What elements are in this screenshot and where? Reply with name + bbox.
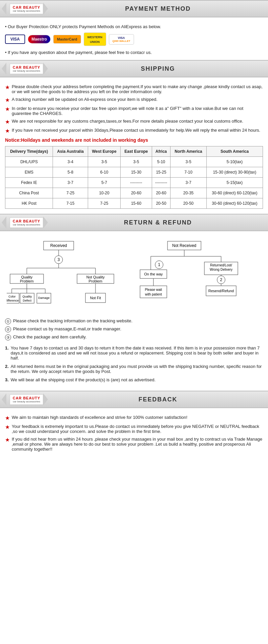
feedback-logo-container: CAR BEAUTY car beauty accessories <box>2 393 48 405</box>
payment-title: PAYMENT METHOD <box>48 5 268 12</box>
table-cell-1: 3-7 <box>53 178 88 188</box>
svg-text:Defect: Defect <box>23 299 32 302</box>
shipping-section: CAR BEAUTY car beauty accessories SHIPPI… <box>0 60 268 212</box>
shipping-item-5: ★ If you have not received your parcel w… <box>5 128 263 134</box>
table-cell-0: EMS <box>5 167 53 178</box>
table-header-3: East Europe <box>121 146 152 157</box>
logo-box: CAR BEAUTY car beauty accessories <box>10 4 43 14</box>
table-cell-0: HK Post <box>5 198 53 209</box>
logo-top-text: CAR BEAUTY <box>13 396 40 400</box>
step-text-2: Please contact us by massage,E-mail,or t… <box>13 326 121 331</box>
table-header-0: Delivery Time(days) <box>5 146 53 157</box>
table-cell-0: China Post <box>5 188 53 198</box>
return-note-text-1: You have 7 days to contact us and 30 day… <box>11 345 263 361</box>
flowchart-svg: Received 3 Quality Problem Not Quality P… <box>7 238 261 315</box>
table-header-2: West Europe <box>88 146 120 157</box>
feedback-header: CAR BEAUTY car beauty accessories FEEDBA… <box>0 391 268 408</box>
return-note-text-3: We will bear all the shipping cost if th… <box>11 377 156 382</box>
payment-logos-row: VISA Maestro MasterCard WESTERNUNION VIS… <box>5 33 263 46</box>
svg-text:3: 3 <box>58 257 60 262</box>
table-header-4: Africa <box>152 146 170 157</box>
table-row: Fedex IE3-75-7------------------3-75-15(… <box>5 178 263 188</box>
star-icon: ★ <box>5 119 10 125</box>
shipping-logo-container: CAR BEAUTY car beauty accessories <box>2 63 48 75</box>
step-item-2: ② Please contact us by massage,E-mail,or… <box>5 326 263 332</box>
table-cell-0: Fedex IE <box>5 178 53 188</box>
svg-text:Problem: Problem <box>20 279 34 283</box>
table-cell-3: 15-30 <box>121 167 152 178</box>
svg-text:Quality: Quality <box>22 295 32 298</box>
table-cell-5: 7-10 <box>171 167 207 178</box>
table-cell-5: 20-35 <box>171 188 207 198</box>
shipping-notice: Notice:Hoildays and weekends are not inc… <box>5 137 263 143</box>
logo-box: CAR BEAUTY car beauty accessories <box>10 64 43 74</box>
feedback-item-2: ★ Your feedback is extremely important t… <box>5 424 263 434</box>
payment-logo-container: CAR BEAUTY car beauty accessories <box>2 3 48 15</box>
arrow-right-icon <box>43 63 48 75</box>
arrow-left-icon <box>2 3 6 15</box>
western-union-logo: WESTERNUNION <box>84 33 106 46</box>
table-cell-2: 7-25 <box>88 198 120 209</box>
feedback-text-1: We aim to maintain high standards of exc… <box>12 415 187 420</box>
arrow-left-icon <box>2 63 6 75</box>
arrow-left-icon <box>2 216 6 229</box>
table-cell-6: 30-60 (direct) 60-120(tax) <box>206 188 263 198</box>
payment-header: CAR BEAUTY car beauty accessories PAYMEN… <box>0 0 268 17</box>
svg-text:difference: difference <box>7 299 19 302</box>
svg-text:Quality: Quality <box>21 275 33 279</box>
svg-text:Resend/Refund: Resend/Refund <box>208 289 234 293</box>
table-cell-1: 5-8 <box>53 167 88 178</box>
logo-box: CAR BEAUTY car beauty accessories <box>10 217 43 228</box>
shipping-item-1: ★ Please double check your address befor… <box>5 84 263 94</box>
feedback-section: CAR BEAUTY car beauty accessories FEEDBA… <box>0 391 268 458</box>
return-note-2: 2. All returned items must be in the ori… <box>5 364 263 374</box>
table-row: DHL/UPS3-43-53-55-103-55-10(tax) <box>5 157 263 167</box>
table-cell-2: 10-20 <box>88 188 120 198</box>
logo-top-text: CAR BEAUTY <box>13 219 40 223</box>
visa-logo: VISA <box>5 35 25 44</box>
steps-list: ① Please check the tracking information … <box>5 318 263 340</box>
shipping-text-1: Please double check your address before … <box>12 84 263 94</box>
shipping-item-4: ★ We are not responsible for any customs… <box>5 119 263 125</box>
logo-bottom-text: car beauty accessories <box>13 9 40 12</box>
arrow-right-icon <box>43 3 48 15</box>
svg-text:On the way: On the way <box>144 272 163 276</box>
table-header-1: Asia Australia <box>53 146 88 157</box>
feedback-text-3: If you did not hear from us within 24 ho… <box>12 437 263 452</box>
table-cell-4: --------- <box>152 178 170 188</box>
table-cell-0: DHL/UPS <box>5 157 53 167</box>
step-text-1: Please check the tracking information on… <box>13 318 132 323</box>
feedback-content: ★ We aim to maintain high standards of e… <box>0 411 268 458</box>
feedback-item-1: ★ We aim to maintain high standards of e… <box>5 415 263 421</box>
star-icon: ★ <box>5 437 10 443</box>
svg-text:Color: Color <box>8 295 16 298</box>
svg-text:Damage: Damage <box>38 296 50 300</box>
table-cell-3: 15-60 <box>121 198 152 209</box>
payment-note: • Our Buyer Protection ONLY protects Pay… <box>5 24 263 29</box>
shipping-content: ★ Please double check your address befor… <box>0 81 268 212</box>
return-section: CAR BEAUTY car beauty accessories RETURN… <box>0 214 268 389</box>
step-item-3: ③ Check the package and item carefully. <box>5 334 263 340</box>
logo-bottom-text: car beauty accessories <box>13 69 40 72</box>
qiwi-logo: VISA QIWI WALLET <box>109 34 134 45</box>
star-icon: ★ <box>5 84 10 90</box>
table-header-5: North America <box>171 146 207 157</box>
svg-text:Not Received: Not Received <box>172 243 196 248</box>
shipping-item-3: ★ In order to ensure you receive your or… <box>5 106 263 116</box>
table-cell-4: 5-10 <box>152 157 170 167</box>
table-cell-6: 5-10(tax) <box>206 157 263 167</box>
arrow-right-icon <box>43 393 48 405</box>
shipping-title: SHIPPING <box>48 65 268 72</box>
return-note-1: 1. You have 7 days to contact us and 30 … <box>5 345 263 361</box>
star-icon: ★ <box>5 97 10 103</box>
arrow-right-icon <box>43 216 48 229</box>
payment-content: • Our Buyer Protection ONLY protects Pay… <box>0 21 268 58</box>
shipping-text-2: A tracking number will be updated on Ali… <box>12 97 157 102</box>
shipping-text-5: If you have not received your parcel wit… <box>12 128 260 133</box>
maestro-logo: Maestro <box>28 35 51 44</box>
feedback-item-3: ★ If you did not hear from us within 24 … <box>5 437 263 452</box>
feedback-title: FEEDBACK <box>48 396 268 403</box>
table-cell-2: 3-5 <box>88 157 120 167</box>
star-icon: ★ <box>5 424 10 430</box>
return-numbered-list: 1. You have 7 days to contact us and 30 … <box>5 345 263 382</box>
